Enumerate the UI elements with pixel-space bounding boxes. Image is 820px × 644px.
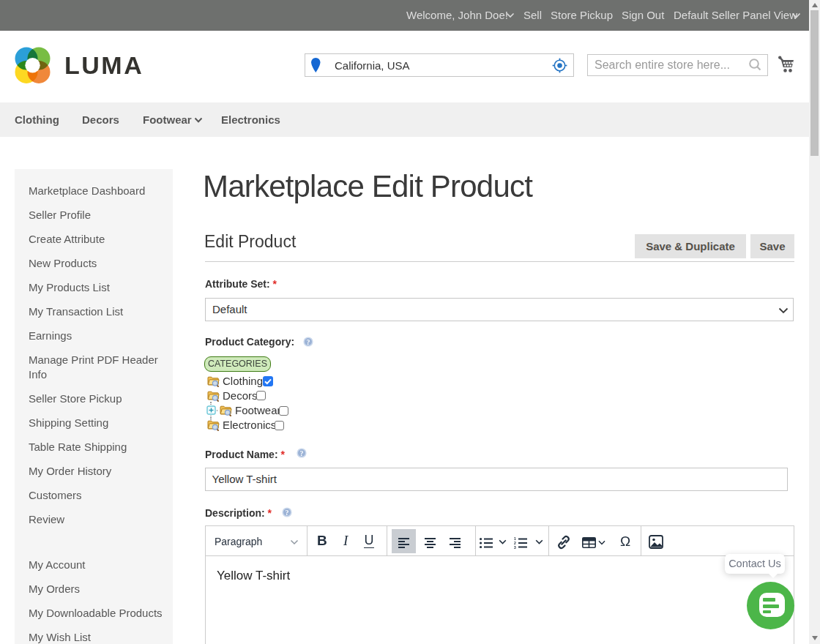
svg-text:?: ? <box>307 338 310 346</box>
svg-text:3: 3 <box>514 545 516 549</box>
svg-text:?: ? <box>300 449 304 457</box>
svg-text:?: ? <box>286 509 289 517</box>
